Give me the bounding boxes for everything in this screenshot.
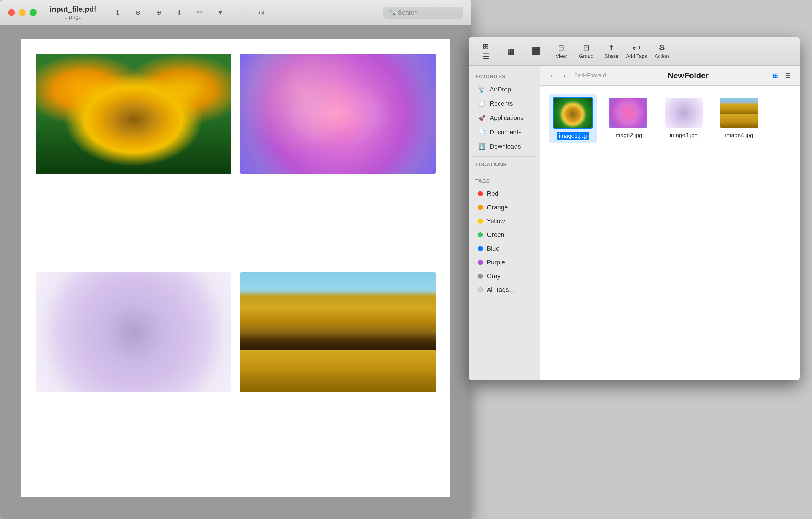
add-tags-label: Add Tags [626,53,647,59]
group-icon: ⊟ [583,44,589,52]
sidebar-tag-orange[interactable]: Orange [471,201,538,214]
pdf-content [0,25,471,519]
pdf-search-bar[interactable]: 🔍 Search [383,6,463,19]
maximize-button[interactable] [30,9,36,16]
sidebar-item-documents[interactable]: 📄 Documents [471,125,538,139]
tag-orange-label: Orange [487,204,508,211]
tag-gray-label: Gray [487,272,500,280]
crop-icon[interactable]: ⬚ [236,7,246,18]
view-label: View [556,53,567,59]
list-view-button[interactable]: ☰ [783,70,793,81]
pdf-image-3 [36,272,231,393]
thumbnail-image4 [719,97,759,128]
sidebar-item-recents[interactable]: 🕐 Recents [471,97,538,111]
tag-blue-dot [478,246,483,251]
signature-icon[interactable]: ◎ [256,7,267,18]
info-icon[interactable]: ℹ [112,7,122,18]
thumbnail-image1 [553,97,593,128]
sidebar-item-recents-label: Recents [490,100,513,108]
group-tool-group[interactable]: ⊟ Group [575,44,598,59]
file-name-image1: image1.jpg [557,132,589,140]
window-controls [8,9,36,16]
share-icon-finder: ⬆ [608,44,615,52]
tag-purple-label: Purple [487,259,505,266]
thumb-forest-img [720,98,758,128]
action-label: Action [655,53,669,59]
forward-arrow[interactable]: › [559,70,570,81]
add-tags-group[interactable]: 🏷 Add Tags [625,44,648,59]
pdf-title-section: input_file.pdf 1 page [50,5,96,20]
finder-window: ⊞ ☰ ▦ ⬛ ⊞ View ⊟ Group ⬆ Share 🏷 Add Tag… [469,37,800,380]
tag-gray-dot [478,273,483,279]
documents-icon: 📄 [478,128,486,136]
sidebar-item-applications[interactable]: 🚀 Applications [471,111,538,125]
sidebar-tag-purple[interactable]: Purple [471,256,538,269]
file-item-image1[interactable]: image1.jpg [549,94,597,143]
pdf-titlebar: input_file.pdf 1 page ℹ ⊖ ⊕ ⬆ ✏ ▾ ⬚ ◎ 🔍 … [0,0,471,25]
zoom-out-icon[interactable]: ⊖ [133,7,143,18]
thumb-flower2-img [609,98,647,128]
pdf-filename: input_file.pdf [50,5,96,14]
finder-main: ‹ › Back/Forward NewFolder ⊞ ☰ image1.jp… [540,66,800,380]
view-toggle: ⊞ ☰ [770,70,793,81]
tag-blue-label: Blue [487,245,499,252]
close-button[interactable] [8,9,15,16]
view-group[interactable]: ⊞ ☰ [474,42,497,61]
sidebar-tag-gray[interactable]: Gray [471,269,538,283]
tag-green-label: Green [487,231,504,239]
finder-nav-bar: ‹ › Back/Forward NewFolder ⊞ ☰ [540,66,800,86]
thumb-flower1-img [554,98,592,128]
view-options-icon: ⊞ [558,44,564,52]
finder-top-toolbar: ⊞ ☰ ▦ ⬛ ⊞ View ⊟ Group ⬆ Share 🏷 Add Tag… [469,37,800,66]
pdf-toolbar-icons: ℹ ⊖ ⊕ ⬆ ✏ ▾ ⬚ ◎ [112,7,267,18]
tag-yellow-label: Yellow [487,218,505,225]
share-icon[interactable]: ⬆ [174,7,184,18]
pdf-image-4 [240,272,436,393]
thumb-flower3-img [665,98,703,128]
sidebar-divider-2 [473,173,535,173]
finder-content: Favorites 📡 AirDrop 🕐 Recents 🚀 Applicat… [469,66,800,380]
list-view-icon: ☰ [483,52,489,61]
sidebar-tag-green[interactable]: Green [471,228,538,241]
sidebar-tag-yellow[interactable]: Yellow [471,214,538,228]
thumbnail-image3 [664,97,704,128]
file-item-image2[interactable]: image2.jpg [604,94,652,143]
nav-arrows: ‹ › [547,70,570,81]
action-group[interactable]: ⚙ Action [650,44,673,59]
sidebar-item-airdrop-label: AirDrop [490,86,511,93]
sidebar-tag-all[interactable]: All Tags… [471,283,538,296]
sidebar-tag-red[interactable]: Red [471,187,538,200]
column-view-group[interactable]: ▦ [499,47,522,56]
file-item-image3[interactable]: image3.jpg [660,94,708,143]
grid-view-icon: ⊞ [483,42,489,51]
tag-green-dot [478,232,483,237]
zoom-in-icon[interactable]: ⊕ [153,7,164,18]
file-name-image2: image2.jpg [614,132,642,139]
pdf-page [22,39,450,497]
file-item-image4[interactable]: image4.jpg [715,94,763,143]
share-label: Share [605,53,618,59]
files-grid: image1.jpg image2.jpg image3.jpg [540,86,800,380]
finder-sidebar: Favorites 📡 AirDrop 🕐 Recents 🚀 Applicat… [469,66,540,380]
icon-view-button[interactable]: ⊞ [770,70,781,81]
sidebar-tag-blue[interactable]: Blue [471,242,538,255]
column-view-icon: ▦ [508,47,515,56]
pen-icon[interactable]: ✏ [195,7,205,18]
tag-all-icon [478,287,483,292]
tag-purple-dot [478,260,483,265]
tag-yellow-dot [478,219,483,224]
add-tags-icon: 🏷 [633,44,640,52]
gallery-view-group[interactable]: ⬛ [525,47,547,56]
tag-orange-dot [478,205,483,210]
downloads-icon: ⬇️ [478,143,486,151]
sidebar-item-downloads[interactable]: ⬇️ Downloads [471,140,538,153]
minimize-button[interactable] [19,9,26,16]
search-placeholder: Search [398,9,418,16]
back-arrow[interactable]: ‹ [547,70,557,81]
dropdown-icon[interactable]: ▾ [215,7,226,18]
sidebar-item-airdrop[interactable]: 📡 AirDrop [471,83,538,96]
view-tool-group[interactable]: ⊞ View [550,44,573,59]
locations-label: Locations [469,160,540,170]
thumbnail-image2 [608,97,648,128]
share-tool-group[interactable]: ⬆ Share [600,44,623,59]
